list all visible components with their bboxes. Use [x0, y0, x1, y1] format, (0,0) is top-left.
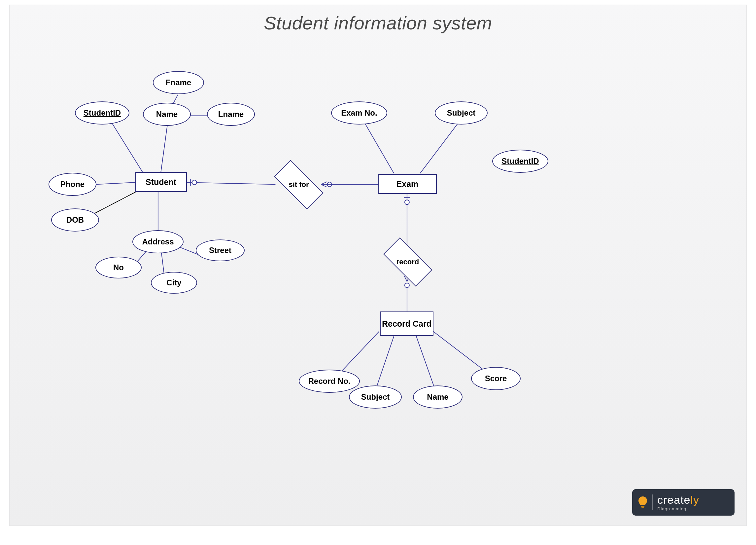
attr-name: Name: [143, 103, 191, 126]
relationship-sit-for: sit for: [266, 168, 332, 201]
svg-point-7: [405, 200, 409, 204]
svg-line-10: [109, 118, 143, 173]
svg-rect-26: [641, 506, 644, 507]
diagram-title: Student information system: [10, 12, 746, 34]
svg-line-22: [376, 332, 395, 388]
logo-text: creately: [657, 494, 699, 505]
diagram-canvas: Student information system: [9, 5, 747, 526]
attr-fname: Fname: [153, 71, 204, 94]
attr-name-2: Name: [413, 386, 463, 409]
svg-line-24: [433, 332, 490, 375]
entity-exam: Exam: [378, 174, 437, 194]
entity-student: Student: [135, 172, 187, 192]
attr-record-no: Record No.: [299, 370, 360, 393]
svg-point-9: [405, 283, 409, 288]
svg-line-0: [187, 182, 276, 184]
attr-address: Address: [132, 230, 184, 253]
attr-lname: Lname: [207, 103, 255, 126]
attr-no: No: [95, 256, 142, 279]
logo-subtitle: Diagramming: [657, 507, 699, 511]
lightbulb-icon: [637, 494, 653, 510]
attr-street: Street: [196, 239, 245, 261]
svg-line-19: [364, 122, 394, 173]
svg-rect-27: [641, 507, 644, 508]
relationship-record: record: [375, 245, 440, 279]
attr-city: City: [151, 272, 197, 294]
svg-line-20: [420, 123, 458, 173]
svg-line-12: [96, 182, 135, 184]
attr-score: Score: [471, 367, 521, 390]
attr-exam-no: Exam No.: [331, 101, 387, 124]
svg-line-11: [161, 120, 168, 173]
attr-subject: Subject: [435, 101, 488, 124]
attr-student-id-2: StudentID: [492, 150, 548, 173]
attr-student-id: StudentID: [75, 101, 129, 124]
svg-line-23: [415, 332, 434, 388]
attr-subject-2: Subject: [349, 386, 402, 409]
relationship-label: sit for: [266, 168, 332, 201]
attr-phone: Phone: [49, 173, 96, 196]
entity-record-card: Record Card: [380, 312, 433, 336]
attr-dob: DOB: [51, 208, 99, 231]
svg-line-25: [88, 189, 140, 217]
relationship-label: record: [375, 245, 440, 279]
creately-logo: creately Diagramming: [632, 489, 735, 516]
svg-point-2: [192, 180, 197, 185]
